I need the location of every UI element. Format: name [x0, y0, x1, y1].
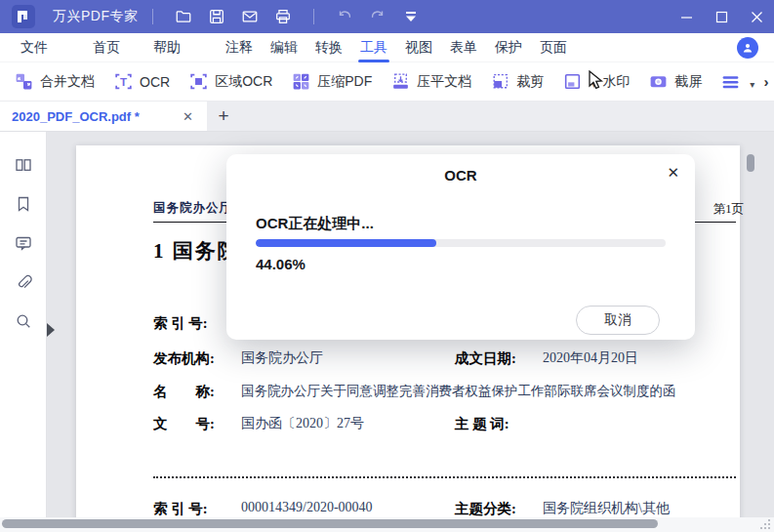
tool-label: OCR — [140, 74, 170, 90]
tab-close-icon[interactable]: ✕ — [181, 109, 195, 124]
cancel-button[interactable]: 取消 — [576, 306, 660, 335]
doc-field-value: 国务院办公厅关于同意调整完善消费者权益保护工作部际联席会议制度的函 — [241, 383, 676, 400]
crop-button[interactable]: 裁剪 — [490, 71, 544, 92]
undo-button[interactable] — [332, 4, 357, 29]
window-controls — [669, 0, 774, 33]
toolbar: 合并文档 T OCR 区域OCR 压缩PDF 压平文档 裁剪 ▾ 水印 — [0, 62, 774, 102]
tabbar: 2020_PDF_OCR.pdf * ✕ + — [0, 102, 774, 132]
minimize-button[interactable] — [669, 0, 704, 33]
ocr-button[interactable]: T OCR — [113, 71, 170, 92]
email-icon — [241, 8, 259, 25]
redo-icon — [369, 8, 387, 25]
user-avatar[interactable] — [737, 37, 758, 59]
open-file-button[interactable] — [171, 4, 196, 29]
menu-tools[interactable]: 工具 — [351, 33, 396, 62]
chevron-down-icon[interactable]: ▾ — [750, 80, 754, 90]
ocr-progress-bar — [256, 239, 666, 247]
merge-icon — [14, 71, 34, 92]
compress-pdf-button[interactable]: 压缩PDF — [291, 71, 372, 92]
search-panel-button[interactable] — [14, 311, 33, 331]
attachments-panel-button[interactable] — [14, 272, 33, 292]
redo-button[interactable] — [365, 4, 390, 29]
tool-label: 截屏 — [674, 73, 702, 91]
titlebar-divider — [313, 9, 314, 24]
crop-icon — [490, 71, 510, 92]
menu-view[interactable]: 视图 — [396, 33, 441, 62]
doc-field-label: 主题分类: — [455, 500, 516, 518]
menu-page[interactable]: 页面 — [531, 33, 576, 62]
tool-label: 压缩PDF — [317, 73, 372, 91]
toolbar-overflow-chevron[interactable]: › — [758, 62, 774, 101]
doc-field-label: 索 引 号: — [153, 314, 208, 333]
watermark-icon — [562, 71, 583, 92]
menubar: 文件 首页 帮助 注释 编辑 转换 工具 视图 表单 保护 页面 — [0, 33, 774, 62]
menu-form[interactable]: 表单 — [441, 33, 486, 62]
menu-edit[interactable]: 编辑 — [262, 33, 306, 62]
ocr-status-text: OCR正在处理中... — [256, 215, 374, 233]
doc-field-label: 名 称: — [153, 383, 215, 401]
menu-comment[interactable]: 注释 — [217, 33, 262, 62]
doc-page-number: 第1页 — [713, 201, 744, 218]
ocr-progress-percent: 44.06% — [256, 256, 306, 272]
left-sidebar — [0, 132, 47, 532]
screenshot-icon — [648, 71, 669, 92]
comments-panel-button[interactable] — [14, 233, 33, 253]
tool-label: 水印 — [602, 73, 630, 91]
app-title: 万兴PDF专家 — [53, 8, 139, 25]
titlebar: 万兴PDF专家 — [0, 0, 774, 33]
screenshot-button[interactable]: 截屏 — [648, 71, 702, 92]
tool-label: 压平文档 — [417, 73, 471, 91]
vertical-scrollbar-thumb[interactable] — [747, 154, 754, 172]
tab-label: 2020_PDF_OCR.pdf * — [12, 109, 181, 124]
dialog-close-icon[interactable]: ✕ — [667, 165, 679, 180]
ocr-dialog: OCR ✕ OCR正在处理中... 44.06% 取消 — [226, 154, 695, 340]
doc-field-value: 2020年04月20日 — [543, 349, 638, 367]
email-button[interactable] — [237, 4, 263, 29]
doc-field-value: 国办函〔2020〕27号 — [241, 415, 364, 432]
new-tab-button[interactable]: + — [207, 102, 240, 131]
flatten-icon — [390, 71, 411, 92]
ocr-icon: T — [113, 71, 134, 92]
bookmarks-panel-button[interactable] — [14, 194, 33, 214]
doc-field-label: 文 号: — [153, 415, 215, 433]
menu-file[interactable]: 文件 — [12, 33, 57, 62]
maximize-button[interactable] — [704, 0, 739, 33]
doc-field-value: 国务院组织机构\其他 — [543, 500, 670, 517]
app-logo-icon — [12, 5, 35, 28]
menu-help[interactable]: 帮助 — [144, 33, 189, 62]
folder-icon — [175, 8, 192, 25]
merge-docs-button[interactable]: 合并文档 — [14, 71, 95, 92]
horizontal-scrollbar-track — [0, 517, 774, 532]
document-tab[interactable]: 2020_PDF_OCR.pdf * ✕ — [0, 102, 207, 131]
customize-toolbar-button[interactable] — [398, 4, 424, 29]
print-icon — [274, 8, 292, 25]
close-window-button[interactable] — [739, 0, 774, 33]
doc-field-label: 发布机构: — [153, 349, 215, 368]
thumbnails-panel-button[interactable] — [14, 155, 33, 175]
tool-label: 区域OCR — [215, 73, 272, 91]
save-icon — [208, 8, 225, 25]
horizontal-scrollbar-thumb[interactable] — [2, 519, 658, 528]
app-window: 万兴PDF专家 文件 首页 帮助 — [0, 0, 774, 532]
dialog-title: OCR — [226, 167, 695, 184]
ocr-progress-fill — [256, 239, 436, 247]
area-ocr-button[interactable]: 区域OCR — [188, 71, 272, 92]
area-ocr-icon — [188, 71, 209, 92]
menu-protect[interactable]: 保护 — [486, 33, 531, 62]
doc-dotted-divider — [153, 476, 736, 478]
menu-convert[interactable]: 转换 — [306, 33, 351, 62]
tool-label: 合并文档 — [40, 73, 95, 91]
resize-grip-icon[interactable] — [760, 519, 770, 529]
sidebar-expand-handle[interactable] — [47, 323, 55, 337]
undo-icon — [336, 8, 353, 25]
doc-field-label: 成文日期: — [455, 349, 516, 368]
flatten-doc-button[interactable]: 压平文档 — [390, 71, 471, 92]
doc-field-value: 国务院办公厅 — [241, 349, 323, 367]
menu-home[interactable]: 首页 — [84, 33, 129, 62]
doc-field-value: 000014349/2020-00040 — [241, 500, 373, 515]
compress-pdf-icon — [291, 71, 311, 92]
more-icon — [720, 71, 741, 92]
mouse-cursor-icon — [587, 70, 605, 92]
save-button[interactable] — [204, 4, 229, 29]
print-button[interactable] — [270, 4, 296, 29]
